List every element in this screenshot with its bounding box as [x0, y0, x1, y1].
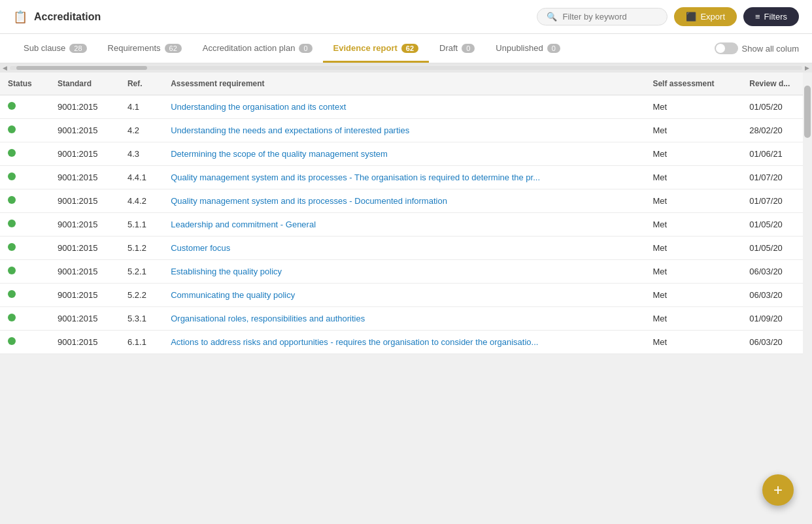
status-dot: [8, 243, 16, 251]
scroll-left-arrow[interactable]: ◀: [3, 65, 7, 71]
table-row: 9001:20156.1.1Actions to address risks a…: [0, 331, 812, 354]
cell-assessment[interactable]: Determining the scope of the quality man…: [163, 142, 645, 166]
tab-evidence-report[interactable]: Evidence report 62: [323, 34, 430, 63]
cell-self-assessment: Met: [645, 237, 741, 260]
cell-assessment[interactable]: Actions to address risks and opportuniti…: [163, 331, 645, 354]
cell-assessment[interactable]: Customer focus: [163, 237, 645, 260]
cell-standard: 9001:2015: [50, 166, 120, 189]
tab-action-plan[interactable]: Accreditation action plan 0: [192, 34, 323, 63]
cell-ref: 5.3.1: [120, 307, 163, 331]
tab-sub-clause-badge: 28: [69, 44, 86, 53]
v-scrollbar[interactable]: [803, 73, 812, 519]
table-row: 9001:20155.2.1Establishing the quality p…: [0, 260, 812, 284]
h-scrollbar-thumb[interactable]: [16, 66, 147, 70]
app-title: 📋 Accreditation: [13, 10, 101, 24]
fab-add-button[interactable]: +: [762, 474, 794, 506]
assessment-link[interactable]: Leadership and commitment - General: [171, 220, 316, 229]
cell-assessment[interactable]: Quality management system and its proces…: [163, 166, 645, 189]
tab-evidence-badge: 62: [401, 44, 418, 53]
cell-ref: 5.2.1: [120, 260, 163, 284]
cell-self-assessment: Met: [645, 142, 741, 166]
assessment-link[interactable]: Understanding the organisation and its c…: [171, 102, 346, 112]
cell-review-date: 06/03/20: [741, 284, 812, 307]
cell-review-date: 06/03/20: [741, 331, 812, 354]
cell-status: [0, 260, 50, 284]
tab-requirements[interactable]: Requirements 62: [97, 34, 192, 63]
export-icon: ⬛: [686, 12, 696, 22]
status-dot: [8, 337, 16, 345]
cell-assessment[interactable]: Communicating the quality policy: [163, 284, 645, 307]
filters-button[interactable]: ≡ Filters: [743, 7, 799, 26]
cell-assessment[interactable]: Leadership and commitment - General: [163, 213, 645, 237]
header-right: 🔍 ⬛ Export ≡ Filters: [537, 7, 799, 26]
export-button[interactable]: ⬛ Export: [674, 7, 737, 26]
tab-sub-clause[interactable]: Sub clause 28: [13, 34, 97, 63]
assessment-link[interactable]: Communicating the quality policy: [171, 290, 295, 300]
cell-ref: 6.1.1: [120, 331, 163, 354]
table-row: 9001:20154.3Determining the scope of the…: [0, 142, 812, 166]
search-input[interactable]: [562, 12, 658, 22]
cell-review-date: 01/05/20: [741, 213, 812, 237]
cell-status: [0, 237, 50, 260]
app-icon: 📋: [13, 10, 27, 24]
col-status: Status: [0, 73, 50, 95]
cell-review-date: 01/07/20: [741, 189, 812, 213]
cell-standard: 9001:2015: [50, 331, 120, 354]
cell-review-date: 06/03/20: [741, 260, 812, 284]
assessment-link[interactable]: Understanding the needs and expectations…: [171, 125, 409, 135]
cell-status: [0, 166, 50, 189]
cell-ref: 4.3: [120, 142, 163, 166]
col-review-date: Review d...: [741, 73, 812, 95]
v-scrollbar-thumb[interactable]: [804, 86, 811, 138]
tab-action-plan-badge: 0: [299, 44, 312, 53]
cell-self-assessment: Met: [645, 119, 741, 142]
cell-self-assessment: Met: [645, 260, 741, 284]
cell-self-assessment: Met: [645, 284, 741, 307]
assessment-link[interactable]: Quality management system and its proces…: [171, 196, 447, 206]
table-header-row: Status Standard Ref. Assessment requirem…: [0, 73, 812, 95]
assessment-link[interactable]: Customer focus: [171, 243, 230, 253]
cell-standard: 9001:2015: [50, 142, 120, 166]
scroll-right-arrow[interactable]: ▶: [805, 65, 809, 71]
show-all-columns-label: Show all colum: [742, 44, 799, 54]
status-dot: [8, 220, 16, 227]
cell-assessment[interactable]: Organisational roles, responsibilities a…: [163, 307, 645, 331]
cell-ref: 4.4.2: [120, 189, 163, 213]
cell-ref: 4.4.1: [120, 166, 163, 189]
tab-unpublished-badge: 0: [547, 44, 560, 53]
cell-standard: 9001:2015: [50, 213, 120, 237]
assessment-link[interactable]: Organisational roles, responsibilities a…: [171, 314, 365, 323]
cell-standard: 9001:2015: [50, 189, 120, 213]
table-row: 9001:20155.2.2Communicating the quality …: [0, 284, 812, 307]
cell-assessment[interactable]: Establishing the quality policy: [163, 260, 645, 284]
table-row: 9001:20154.4.2Quality management system …: [0, 189, 812, 213]
search-icon: 🔍: [547, 12, 557, 22]
status-dot: [8, 149, 16, 157]
tab-draft-badge: 0: [462, 44, 475, 53]
cell-assessment[interactable]: Understanding the organisation and its c…: [163, 95, 645, 119]
col-assessment: Assessment requirement: [163, 73, 645, 95]
cell-assessment[interactable]: Understanding the needs and expectations…: [163, 119, 645, 142]
tab-unpublished[interactable]: Unpublished 0: [485, 34, 570, 63]
cell-assessment[interactable]: Quality management system and its proces…: [163, 189, 645, 213]
top-header: 📋 Accreditation 🔍 ⬛ Export ≡ Filters: [0, 0, 812, 34]
cell-status: [0, 142, 50, 166]
cell-review-date: 01/09/20: [741, 307, 812, 331]
status-dot: [8, 125, 16, 133]
assessment-link[interactable]: Quality management system and its proces…: [171, 172, 540, 182]
show-all-columns-toggle: Show all colum: [715, 42, 799, 54]
assessment-link[interactable]: Determining the scope of the quality man…: [171, 149, 388, 159]
assessment-link[interactable]: Actions to address risks and opportuniti…: [171, 337, 538, 347]
status-dot: [8, 172, 16, 180]
cell-ref: 4.2: [120, 119, 163, 142]
cell-self-assessment: Met: [645, 213, 741, 237]
tabs-bar: Sub clause 28 Requirements 62 Accreditat…: [0, 34, 812, 63]
cell-status: [0, 307, 50, 331]
tab-draft[interactable]: Draft 0: [429, 34, 485, 63]
show-columns-toggle-switch[interactable]: [715, 42, 738, 54]
cell-review-date: 28/02/20: [741, 119, 812, 142]
assessment-link[interactable]: Establishing the quality policy: [171, 267, 282, 276]
h-scrollbar-top[interactable]: ◀ ▶: [0, 63, 812, 73]
cell-status: [0, 119, 50, 142]
search-box[interactable]: 🔍: [537, 8, 668, 25]
